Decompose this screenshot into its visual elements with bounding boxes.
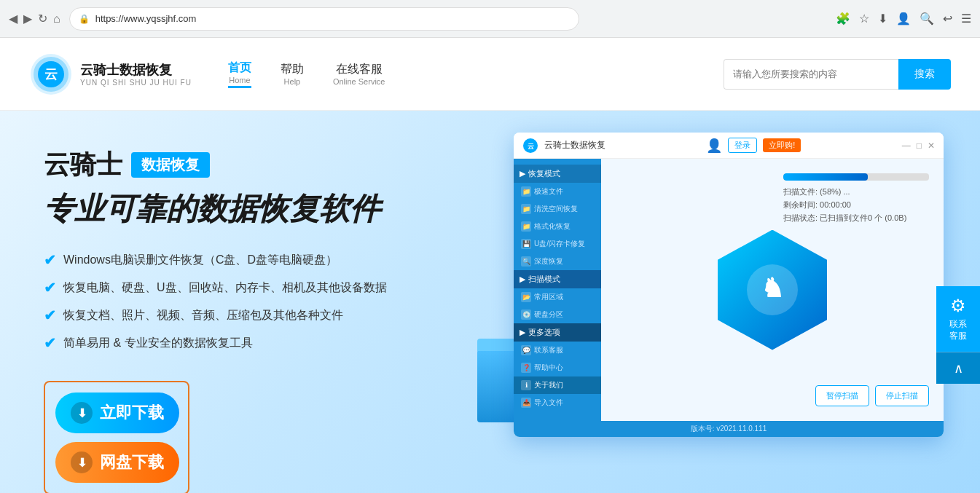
sidebar-item-format[interactable]: 📁 格式化恢复 [514, 218, 601, 235]
download-icon[interactable]: ⬇ [878, 12, 887, 25]
app-logo-small: 云 [522, 138, 538, 154]
app-hexagon-logo: ♞ [714, 224, 831, 355]
nav-home[interactable]: 首页 Home [228, 60, 251, 88]
float-service-label: 联系客服 [949, 319, 967, 342]
svg-text:云: 云 [528, 143, 534, 150]
site-header: 云 云骑士数据恢复 YUN QI SHI SHU JU HUI FU 首页 Ho… [0, 38, 980, 111]
nav-menu: 首页 Home 帮助 Help 在线客服 Online Service [228, 60, 385, 88]
sidebar-item-common-area[interactable]: 📂 常用区域 [514, 288, 601, 306]
browser-right-icons: 🧩 ☆ ⬇ 👤 🔍 ↩ ☰ [836, 12, 971, 25]
sidebar-section-more: ▶ 更多选项 💬 联系客服 ❓ 帮助中心 ℹ [514, 323, 601, 411]
address-bar[interactable]: 🔒 https://www.yqssjhf.com [69, 7, 579, 31]
app-login-button[interactable]: 登录 [728, 138, 757, 153]
sidebar-header-scan: ▶ 扫描模式 [514, 270, 601, 288]
scan-icon: ▶ [520, 275, 525, 284]
sidebar-item-import[interactable]: 📥 导入文件 [514, 394, 601, 411]
scan-status-label: 扫描状态: 已扫描到文件0 个 (0.0B) [783, 213, 929, 224]
check-icon-1: ✔ [44, 251, 56, 269]
app-mockup: ☁ 云 云骑士数据恢复 👤 登录 立即购! [514, 133, 944, 437]
item-icon-8: 💬 [521, 345, 531, 355]
item-icon-6: 📂 [521, 292, 531, 302]
knight-icon: ♞ [743, 261, 801, 319]
svg-text:♞: ♞ [761, 273, 784, 303]
item-icon-10: ℹ [521, 380, 531, 390]
cloud-download-button[interactable]: ⬇ 网盘下载 [55, 442, 179, 483]
nav-help[interactable]: 帮助 Help [281, 62, 304, 86]
nav-back-icon[interactable]: ◀ [9, 12, 17, 25]
minimize-icon[interactable]: — [902, 141, 911, 151]
hero-tag: 数据恢复 [131, 152, 210, 178]
nav-forward-icon[interactable]: ▶ [23, 12, 32, 25]
sidebar-item-fast-file[interactable]: 📁 极速文件 [514, 183, 601, 200]
check-icon-2: ✔ [44, 279, 56, 296]
download-arrow-icon: ⬇ [71, 402, 93, 424]
nav-home-en: Home [229, 76, 250, 84]
logo-area: 云 云骑士数据恢复 YUN QI SHI SHU JU HUI FU [29, 52, 192, 96]
search-input[interactable] [724, 59, 898, 90]
item-icon-4: 💾 [521, 239, 531, 249]
contact-service-float[interactable]: ⚙ 联系客服 [936, 286, 980, 352]
app-main-area: ♞ 扫描文件: (58%) ... 剩余时间: 00:00:00 扫描状态: 已… [601, 159, 944, 421]
app-upgrade-button[interactable]: 立即购! [763, 138, 801, 152]
app-titlebar: 云 云骑士数据恢复 👤 登录 立即购! — □ ✕ [514, 133, 944, 159]
hero-section: 云骑士 数据恢复 专业可靠的数据恢复软件 ✔ Windows电脑误删文件恢复（C… [0, 111, 980, 493]
close-icon[interactable]: ✕ [928, 141, 935, 151]
logo-icon: 云 [29, 52, 73, 96]
sidebar-item-about[interactable]: ℹ 关于我们 [514, 376, 601, 394]
nav-home-icon[interactable]: ⌂ [53, 12, 60, 25]
stop-scan-button[interactable]: 停止扫描 [875, 385, 929, 406]
progress-bar-container [783, 173, 929, 181]
nav-help-cn: 帮助 [281, 62, 304, 77]
check-icon-4: ✔ [44, 334, 56, 352]
item-icon-11: 📥 [521, 398, 531, 408]
logo-text: 云骑士数据恢复 YUN QI SHI SHU JU HUI FU [80, 61, 192, 87]
feature-text-3: 恢复文档、照片、视频、音频、压缩包及其他各种文件 [63, 308, 343, 323]
app-progress-area: 扫描文件: (58%) ... 剩余时间: 00:00:00 扫描状态: 已扫描… [783, 173, 929, 226]
bookmark-icon[interactable]: ☆ [859, 12, 869, 25]
sidebar-item-contact[interactable]: 💬 联系客服 [514, 342, 601, 359]
search-button[interactable]: 搜索 [898, 59, 951, 90]
scroll-top-float[interactable]: ∧ [936, 352, 980, 384]
download-label: 立即下载 [100, 402, 164, 424]
cloud-arrow-icon: ⬇ [71, 451, 93, 473]
item-icon-2: 📁 [521, 204, 531, 214]
nav-refresh-icon[interactable]: ↻ [38, 12, 47, 25]
browser-nav-icons: ◀ ▶ ↻ ⌂ [9, 12, 60, 25]
recovery-icon: ▶ [520, 169, 525, 178]
feature-text-4: 简单易用 & 专业安全的数据恢复工具 [63, 336, 253, 351]
lock-icon: 🔒 [79, 14, 90, 24]
nav-service-en: Online Service [333, 77, 385, 86]
zoom-icon[interactable]: 🔍 [920, 12, 934, 25]
download-button[interactable]: ⬇ 立即下载 [55, 393, 179, 433]
up-arrow-icon: ∧ [954, 360, 963, 376]
cloud-label: 网盘下载 [100, 451, 164, 473]
hero-buttons-container: ⬇ 立即下载 ⬇ 网盘下载 [44, 381, 189, 493]
sidebar-item-disk-partition[interactable]: 💿 硬盘分区 [514, 306, 601, 323]
app-window: 云 云骑士数据恢复 👤 登录 立即购! — □ ✕ [514, 133, 944, 437]
check-icon-3: ✔ [44, 307, 56, 324]
sidebar-section-recovery: ▶ 恢复模式 📁 极速文件 📁 清洗空间恢复 📁 [514, 165, 601, 270]
nav-service[interactable]: 在线客服 Online Service [333, 62, 385, 86]
menu-icon[interactable]: ☰ [961, 12, 971, 25]
app-body: ▶ 恢复模式 📁 极速文件 📁 清洗空间恢复 📁 [514, 159, 944, 421]
logo-en: YUN QI SHI SHU JU HUI FU [80, 79, 192, 87]
back-browser-icon[interactable]: ↩ [943, 12, 952, 25]
sidebar-item-deep-recovery[interactable]: 🔍 深度恢复 [514, 253, 601, 270]
nav-help-en: Help [284, 77, 301, 86]
pause-scan-button[interactable]: 暂停扫描 [815, 385, 869, 406]
extensions-icon[interactable]: 🧩 [836, 12, 850, 25]
maximize-icon[interactable]: □ [917, 141, 922, 151]
sidebar-item-help[interactable]: ❓ 帮助中心 [514, 359, 601, 376]
profile-icon[interactable]: 👤 [896, 12, 911, 25]
sidebar-item-clean-recycle[interactable]: 📁 清洗空间恢复 [514, 200, 601, 218]
app-window-controls: — □ ✕ [902, 141, 935, 151]
app-sidebar: ▶ 恢复模式 📁 极速文件 📁 清洗空间恢复 📁 [514, 159, 601, 421]
sidebar-header-more: ▶ 更多选项 [514, 323, 601, 342]
item-icon-9: ❓ [521, 363, 531, 373]
app-titlebar-left: 云 云骑士数据恢复 [522, 138, 605, 154]
feature-text-1: Windows电脑误删文件恢复（C盘、D盘等电脑硬盘） [63, 253, 337, 268]
browser-chrome: ◀ ▶ ↻ ⌂ 🔒 https://www.yqssjhf.com 🧩 ☆ ⬇ … [0, 0, 980, 38]
sidebar-header-recovery: ▶ 恢复模式 [514, 165, 601, 183]
scan-progress-label: 扫描文件: (58%) ... [783, 186, 929, 197]
sidebar-item-usb[interactable]: 💾 U盘/闪存卡修复 [514, 235, 601, 253]
